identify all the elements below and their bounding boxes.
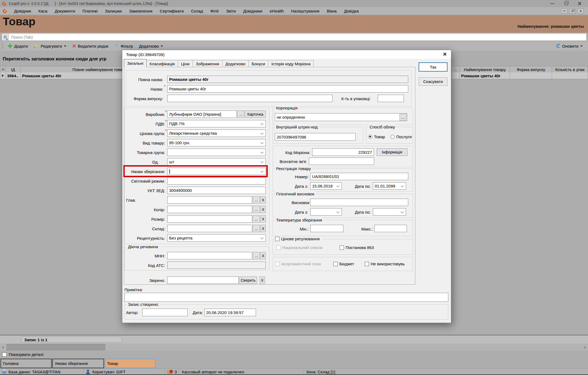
search-input[interactable]: Поиск (Tab): [1, 33, 587, 41]
bottom-tab-tovar[interactable]: Товар: [105, 359, 156, 368]
decree-863-toggle[interactable]: Постанова 863: [340, 245, 374, 250]
mnn-field[interactable]: [167, 252, 252, 259]
hygiene-conclusion-field[interactable]: [310, 199, 408, 206]
row-indicator[interactable]: [0, 72, 6, 79]
size-clear-button[interactable]: X: [260, 215, 266, 223]
price-group-select[interactable]: Лекарственные средства: [167, 130, 266, 137]
price-regulation-checkbox[interactable]: [275, 237, 279, 241]
manufacturer-card-button[interactable]: Карточка: [245, 110, 266, 118]
menu-filii[interactable]: Філії: [210, 9, 219, 13]
created-date-field[interactable]: 20.06.2020 19:39:57: [204, 309, 256, 316]
edit-button[interactable]: Редагувати: [32, 44, 68, 48]
manufacturer-field[interactable]: Лубныфарм ОАО [Украина]: [167, 110, 237, 118]
menu-kasa[interactable]: Каса: [38, 9, 47, 13]
mdi-restore-icon[interactable]: [569, 8, 575, 14]
ok-button[interactable]: Так: [419, 62, 447, 72]
menu-sertyfikaty[interactable]: Сертифікати: [160, 9, 184, 13]
prescription-select[interactable]: Без рецепта: [167, 234, 266, 242]
storage-select[interactable]: [167, 168, 266, 175]
tab-zahalni[interactable]: Загальні: [124, 59, 147, 67]
glav-field[interactable]: [167, 196, 252, 204]
budget-toggle[interactable]: Бюджет: [333, 262, 354, 266]
cancel-button[interactable]: Скасувати: [419, 77, 447, 86]
restore-icon[interactable]: [564, 2, 568, 5]
tab-zobrazhennia[interactable]: Зображення: [193, 60, 223, 67]
verified-field[interactable]: [167, 276, 239, 284]
world-name-field[interactable]: [309, 158, 374, 165]
morion-info-button[interactable]: Інформація: [377, 148, 407, 156]
delete-row-button[interactable]: Видалити рядок: [71, 44, 110, 48]
toolbar-grip[interactable]: [2, 43, 3, 49]
ukt-zed-field[interactable]: 3004900000: [167, 187, 266, 194]
release-form-field[interactable]: [167, 95, 333, 102]
decree-863-checkbox[interactable]: [340, 245, 344, 250]
column-header-sort[interactable]: △: [451, 66, 460, 73]
pack-qty-field[interactable]: [378, 95, 404, 102]
reg-from-select[interactable]: 15.06.2018: [310, 182, 342, 190]
menu-platezhi[interactable]: Платежі: [83, 9, 98, 13]
menu-nalashtuvannia[interactable]: Налаштування: [291, 9, 319, 13]
app-menu-icon[interactable]: [3, 9, 7, 13]
hygiene-to-select[interactable]: [373, 208, 406, 216]
glav-ellipsis-button[interactable]: ...: [253, 196, 260, 204]
national-list-checkbox[interactable]: [276, 245, 281, 250]
budget-checkbox[interactable]: [333, 262, 338, 266]
corporation-ellipsis-button[interactable]: ...: [400, 114, 406, 121]
mnn-clear-button[interactable]: X: [260, 252, 266, 259]
scroll-right-icon[interactable]: ›: [582, 343, 588, 351]
tab-klasyfikatsiia[interactable]: Класифікація: [146, 60, 178, 67]
menu-vikna[interactable]: Вікна: [327, 9, 337, 13]
size-field[interactable]: [167, 215, 252, 223]
more-button[interactable]: Додатково: [138, 44, 164, 48]
column-header-id[interactable]: ІД: [5, 66, 21, 73]
column-header-qty[interactable]: Кількість в упак: [552, 66, 588, 73]
warehouse-field[interactable]: [167, 225, 252, 232]
column-header-name[interactable]: Найменування товару: [459, 66, 510, 73]
tab-dodatkovo[interactable]: Додатково: [222, 60, 249, 67]
corporation-field[interactable]: не определено: [275, 113, 407, 121]
reg-to-select[interactable]: 01.01.2099: [373, 182, 406, 190]
color-field[interactable]: [167, 206, 252, 213]
author-field[interactable]: [142, 309, 188, 316]
cell-name[interactable]: Ромашки цветы 40г: [459, 72, 510, 79]
mdi-minimize-icon[interactable]: [561, 8, 567, 14]
color-ellipsis-button[interactable]: ...: [253, 206, 260, 213]
bottom-tab-holovna[interactable]: Головна: [1, 359, 52, 368]
tab-istoriia-morion[interactable]: Історія коду Моріона: [268, 60, 314, 67]
cell-id[interactable]: 3964..: [5, 72, 21, 79]
minimize-icon[interactable]: [550, 3, 555, 4]
bottom-tab-umovy[interactable]: Умови зберігання: [52, 359, 104, 368]
show-details-toggle[interactable]: Показувати деталі: [2, 352, 43, 357]
radio-services[interactable]: Послуги: [391, 134, 412, 139]
horizontal-scrollbar[interactable]: ‹ ›: [0, 343, 588, 351]
menu-zamovlennia[interactable]: Замовлення: [129, 9, 152, 13]
menu-sklad[interactable]: Склад: [191, 9, 203, 13]
scroll-left-icon[interactable]: ‹: [0, 343, 6, 351]
cell-sort[interactable]: [451, 72, 460, 79]
radio-goods[interactable]: Товар: [368, 134, 385, 139]
kind-select[interactable]: 95-100 грн.: [167, 139, 266, 146]
menu-zvity[interactable]: Звіти: [226, 9, 236, 13]
show-details-checkbox[interactable]: [2, 352, 7, 357]
assortment-plan-checkbox[interactable]: [275, 262, 280, 266]
verified-clear-button[interactable]: X: [260, 276, 265, 284]
menu-dovidnyky[interactable]: Довідники: [243, 9, 262, 13]
tab-bonusy[interactable]: Бонуси: [248, 60, 269, 67]
menu-dovidka[interactable]: Довідка: [344, 9, 359, 13]
menu-ehealth[interactable]: eHealth: [270, 9, 284, 13]
filter-button[interactable]: Фільтр: [113, 44, 134, 48]
mdi-close-icon[interactable]: [577, 8, 584, 14]
close-icon[interactable]: [578, 2, 581, 5]
cell-qty[interactable]: [552, 72, 588, 79]
menu-dovidnyk[interactable]: Довідник: [14, 9, 31, 13]
temp-max-field[interactable]: [374, 225, 407, 232]
mnn-ellipsis-button[interactable]: ...: [253, 252, 260, 259]
radio-icon[interactable]: [391, 135, 395, 139]
price-regulation-toggle[interactable]: Цінове регулювання: [274, 236, 321, 241]
national-list-toggle[interactable]: Національний список: [276, 245, 322, 250]
warehouse-clear-button[interactable]: X: [260, 225, 266, 232]
row-indicator-header[interactable]: [0, 66, 6, 73]
menu-dokumenty[interactable]: Документи: [55, 9, 75, 13]
vat-select[interactable]: ПДВ 7%: [167, 120, 266, 127]
note-field[interactable]: [124, 293, 448, 302]
